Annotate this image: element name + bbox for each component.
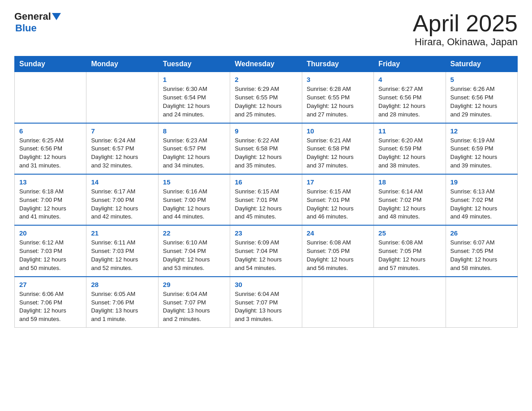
day-number: 18 <box>378 178 441 186</box>
calendar-week-row: 6Sunrise: 6:25 AM Sunset: 6:56 PM Daylig… <box>15 123 518 174</box>
day-info: Sunrise: 6:14 AM Sunset: 7:02 PM Dayligh… <box>378 188 441 221</box>
day-number: 22 <box>163 229 225 237</box>
day-info: Sunrise: 6:08 AM Sunset: 7:05 PM Dayligh… <box>378 239 441 272</box>
col-friday: Friday <box>374 56 446 72</box>
col-saturday: Saturday <box>446 56 517 72</box>
calendar-cell: 16Sunrise: 6:15 AM Sunset: 7:01 PM Dayli… <box>230 174 302 225</box>
day-number: 17 <box>307 178 369 186</box>
calendar-cell: 13Sunrise: 6:18 AM Sunset: 7:00 PM Dayli… <box>15 174 86 225</box>
day-info: Sunrise: 6:21 AM Sunset: 6:58 PM Dayligh… <box>307 137 369 170</box>
logo: General Blue <box>14 11 61 34</box>
logo-general-text: General <box>14 11 51 22</box>
day-info: Sunrise: 6:19 AM Sunset: 6:59 PM Dayligh… <box>450 137 513 170</box>
calendar-cell: 30Sunrise: 6:04 AM Sunset: 7:07 PM Dayli… <box>230 277 302 328</box>
day-info: Sunrise: 6:10 AM Sunset: 7:04 PM Dayligh… <box>163 239 225 272</box>
day-info: Sunrise: 6:28 AM Sunset: 6:55 PM Dayligh… <box>307 85 369 119</box>
day-number: 8 <box>163 127 225 135</box>
day-info: Sunrise: 6:29 AM Sunset: 6:55 PM Dayligh… <box>235 85 297 119</box>
day-info: Sunrise: 6:23 AM Sunset: 6:57 PM Dayligh… <box>163 137 225 170</box>
day-number: 19 <box>450 178 513 186</box>
logo-blue-text: Blue <box>15 22 61 34</box>
day-info: Sunrise: 6:16 AM Sunset: 7:00 PM Dayligh… <box>163 188 225 221</box>
calendar-cell: 4Sunrise: 6:27 AM Sunset: 6:56 PM Daylig… <box>374 72 446 123</box>
day-number: 4 <box>378 76 441 83</box>
calendar-header-row: Sunday Monday Tuesday Wednesday Thursday… <box>15 56 518 72</box>
calendar-cell: 9Sunrise: 6:22 AM Sunset: 6:58 PM Daylig… <box>230 123 302 174</box>
day-info: Sunrise: 6:20 AM Sunset: 6:59 PM Dayligh… <box>378 137 441 170</box>
day-info: Sunrise: 6:09 AM Sunset: 7:04 PM Dayligh… <box>235 239 297 272</box>
calendar-cell: 1Sunrise: 6:30 AM Sunset: 6:54 PM Daylig… <box>158 72 230 123</box>
col-monday: Monday <box>86 56 158 72</box>
calendar-cell: 24Sunrise: 6:08 AM Sunset: 7:05 PM Dayli… <box>302 225 373 276</box>
calendar-cell: 2Sunrise: 6:29 AM Sunset: 6:55 PM Daylig… <box>230 72 302 123</box>
calendar-cell <box>374 277 446 328</box>
day-info: Sunrise: 6:30 AM Sunset: 6:54 PM Dayligh… <box>163 85 225 119</box>
day-number: 23 <box>235 229 297 237</box>
day-info: Sunrise: 6:07 AM Sunset: 7:05 PM Dayligh… <box>450 239 513 272</box>
day-number: 16 <box>235 178 297 186</box>
calendar-cell: 27Sunrise: 6:06 AM Sunset: 7:06 PM Dayli… <box>15 277 86 328</box>
calendar-cell: 15Sunrise: 6:16 AM Sunset: 7:00 PM Dayli… <box>158 174 230 225</box>
calendar-cell: 26Sunrise: 6:07 AM Sunset: 7:05 PM Dayli… <box>446 225 517 276</box>
day-number: 2 <box>235 76 297 83</box>
day-number: 28 <box>91 281 153 288</box>
day-number: 12 <box>450 127 513 135</box>
calendar-cell: 18Sunrise: 6:14 AM Sunset: 7:02 PM Dayli… <box>374 174 446 225</box>
day-info: Sunrise: 6:18 AM Sunset: 7:00 PM Dayligh… <box>19 188 82 221</box>
calendar-cell: 14Sunrise: 6:17 AM Sunset: 7:00 PM Dayli… <box>86 174 158 225</box>
calendar-location: Hirara, Okinawa, Japan <box>413 36 518 48</box>
calendar-cell <box>15 72 86 123</box>
day-number: 5 <box>450 76 513 83</box>
day-info: Sunrise: 6:04 AM Sunset: 7:07 PM Dayligh… <box>235 290 297 324</box>
calendar-cell: 29Sunrise: 6:04 AM Sunset: 7:07 PM Dayli… <box>158 277 230 328</box>
calendar-week-row: 13Sunrise: 6:18 AM Sunset: 7:00 PM Dayli… <box>15 174 518 225</box>
calendar-week-row: 1Sunrise: 6:30 AM Sunset: 6:54 PM Daylig… <box>15 72 518 123</box>
day-info: Sunrise: 6:12 AM Sunset: 7:03 PM Dayligh… <box>19 239 82 272</box>
day-number: 7 <box>91 127 153 135</box>
calendar-cell <box>86 72 158 123</box>
calendar-cell: 25Sunrise: 6:08 AM Sunset: 7:05 PM Dayli… <box>374 225 446 276</box>
day-info: Sunrise: 6:13 AM Sunset: 7:02 PM Dayligh… <box>450 188 513 221</box>
col-thursday: Thursday <box>302 56 373 72</box>
day-number: 9 <box>235 127 297 135</box>
calendar-cell <box>302 277 373 328</box>
calendar-cell: 17Sunrise: 6:15 AM Sunset: 7:01 PM Dayli… <box>302 174 373 225</box>
day-number: 20 <box>19 229 82 237</box>
day-number: 14 <box>91 178 153 186</box>
day-number: 3 <box>307 76 369 83</box>
day-number: 24 <box>307 229 369 237</box>
col-tuesday: Tuesday <box>158 56 230 72</box>
day-info: Sunrise: 6:25 AM Sunset: 6:56 PM Dayligh… <box>19 137 82 170</box>
day-info: Sunrise: 6:22 AM Sunset: 6:58 PM Dayligh… <box>235 137 297 170</box>
day-number: 26 <box>450 229 513 237</box>
day-info: Sunrise: 6:06 AM Sunset: 7:06 PM Dayligh… <box>19 290 82 324</box>
calendar-table: Sunday Monday Tuesday Wednesday Thursday… <box>14 56 518 328</box>
day-number: 13 <box>19 178 82 186</box>
col-wednesday: Wednesday <box>230 56 302 72</box>
calendar-cell: 5Sunrise: 6:26 AM Sunset: 6:56 PM Daylig… <box>446 72 517 123</box>
calendar-title: April 2025 <box>413 11 518 36</box>
day-number: 6 <box>19 127 82 135</box>
calendar-week-row: 27Sunrise: 6:06 AM Sunset: 7:06 PM Dayli… <box>15 277 518 328</box>
day-number: 25 <box>378 229 441 237</box>
calendar-cell: 19Sunrise: 6:13 AM Sunset: 7:02 PM Dayli… <box>446 174 517 225</box>
calendar-cell: 22Sunrise: 6:10 AM Sunset: 7:04 PM Dayli… <box>158 225 230 276</box>
day-info: Sunrise: 6:05 AM Sunset: 7:06 PM Dayligh… <box>91 290 153 324</box>
day-number: 27 <box>19 281 82 288</box>
day-info: Sunrise: 6:24 AM Sunset: 6:57 PM Dayligh… <box>91 137 153 170</box>
day-number: 15 <box>163 178 225 186</box>
day-info: Sunrise: 6:15 AM Sunset: 7:01 PM Dayligh… <box>307 188 369 221</box>
day-info: Sunrise: 6:04 AM Sunset: 7:07 PM Dayligh… <box>163 290 225 324</box>
day-number: 21 <box>91 229 153 237</box>
calendar-cell: 8Sunrise: 6:23 AM Sunset: 6:57 PM Daylig… <box>158 123 230 174</box>
day-info: Sunrise: 6:26 AM Sunset: 6:56 PM Dayligh… <box>450 85 513 119</box>
day-info: Sunrise: 6:11 AM Sunset: 7:03 PM Dayligh… <box>91 239 153 272</box>
calendar-cell: 10Sunrise: 6:21 AM Sunset: 6:58 PM Dayli… <box>302 123 373 174</box>
calendar-cell: 3Sunrise: 6:28 AM Sunset: 6:55 PM Daylig… <box>302 72 373 123</box>
calendar-week-row: 20Sunrise: 6:12 AM Sunset: 7:03 PM Dayli… <box>15 225 518 276</box>
calendar-cell: 12Sunrise: 6:19 AM Sunset: 6:59 PM Dayli… <box>446 123 517 174</box>
day-info: Sunrise: 6:27 AM Sunset: 6:56 PM Dayligh… <box>378 85 441 119</box>
title-block: April 2025 Hirara, Okinawa, Japan <box>413 11 518 48</box>
day-number: 11 <box>378 127 441 135</box>
page-header: General Blue April 2025 Hirara, Okinawa,… <box>14 11 518 48</box>
